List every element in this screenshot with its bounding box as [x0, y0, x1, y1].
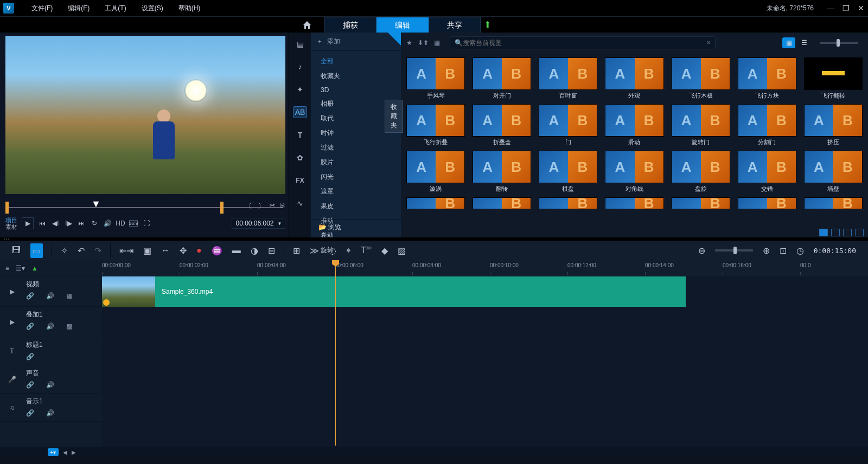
- transition-thumb[interactable]: B: [406, 197, 465, 209]
- volume-icon[interactable]: 🔊: [103, 220, 112, 227]
- split-icon[interactable]: ✂: [270, 202, 275, 211]
- playhead-icon[interactable]: ▼: [91, 198, 101, 210]
- track-title[interactable]: T 标题1 🔗: [0, 337, 102, 365]
- menu-edit[interactable]: 编辑(E): [60, 0, 97, 16]
- grid-view-icon[interactable]: ▦: [782, 37, 795, 48]
- transition-thumb[interactable]: B: [804, 197, 863, 209]
- move-icon[interactable]: ✥: [180, 246, 187, 256]
- tab-edit[interactable]: 编辑: [376, 17, 429, 33]
- pin-icon[interactable]: [388, 33, 401, 46]
- storyboard-view-icon[interactable]: 🎞: [12, 246, 21, 255]
- home-icon[interactable]: [303, 21, 324, 29]
- fit-clip-icon[interactable]: ⇤⇥: [119, 246, 133, 256]
- track-overlay[interactable]: ▶ 叠加1 🔗🔊▩: [0, 307, 102, 337]
- timeline-canvas[interactable]: 00:00:00:0000:00:02:0000:00:04:0000:00:0…: [102, 260, 868, 447]
- add-track-button[interactable]: +▾: [48, 448, 59, 456]
- transition-thumb[interactable]: AB飞行木板: [672, 57, 730, 100]
- transition-thumb[interactable]: AB折叠盒: [473, 104, 531, 146]
- redo-icon[interactable]: ↷: [94, 246, 101, 256]
- tree-item-0[interactable]: 全部: [311, 54, 401, 69]
- transition-thumb[interactable]: AB手风琴: [406, 57, 465, 100]
- transition-thumb[interactable]: AB漩涡: [406, 151, 465, 193]
- track-music[interactable]: ♫ 音乐1 🔗🔊: [0, 394, 102, 422]
- maximize-button[interactable]: ❐: [842, 4, 850, 12]
- menu-help[interactable]: 帮助(H): [171, 0, 208, 16]
- prev-frame-icon[interactable]: ◀Ⅰ: [51, 220, 60, 227]
- link-icon[interactable]: 🔗: [26, 381, 34, 389]
- browse-button[interactable]: 📂 浏览: [311, 219, 401, 235]
- zoom-in-icon[interactable]: ⊕: [763, 246, 770, 256]
- subtitle-icon[interactable]: ▬: [232, 246, 241, 255]
- horizontal-splitter[interactable]: [0, 237, 868, 241]
- mode-project-label[interactable]: 项目: [5, 217, 17, 223]
- link-icon[interactable]: 🔗: [26, 323, 34, 330]
- transition-thumb[interactable]: AB旋转门: [672, 104, 730, 146]
- mark-out-handle[interactable]: [220, 202, 224, 214]
- sort-icon[interactable]: ⬇⬆: [418, 39, 429, 47]
- track-opts-icon[interactable]: ☰▾: [16, 265, 25, 272]
- track-video[interactable]: ▶ 视频 🔗🔊▩: [0, 276, 102, 307]
- path-icon[interactable]: ∿: [293, 197, 307, 209]
- scrub-bar[interactable]: ▼ 〔 〕 ✂ ⎘: [5, 198, 285, 215]
- transition-thumb[interactable]: AB墙壁: [804, 151, 863, 193]
- tab-capture[interactable]: 捕获: [324, 17, 376, 33]
- tree-item-2[interactable]: 3D: [311, 83, 401, 96]
- toggle-4[interactable]: [855, 229, 864, 236]
- transition-thumb[interactable]: AB对角线: [605, 151, 663, 193]
- search-input[interactable]: 🔍 ×: [450, 36, 716, 49]
- chapter-icon[interactable]: ◑: [251, 246, 258, 256]
- mark-in-icon[interactable]: 〔: [246, 202, 252, 211]
- tree-item-10[interactable]: 果皮: [311, 199, 401, 214]
- track-menu-icon[interactable]: ≡: [5, 265, 9, 272]
- search-field[interactable]: [463, 39, 707, 47]
- fx-icon[interactable]: ▩: [66, 323, 72, 330]
- transition-thumb[interactable]: B: [738, 197, 796, 209]
- transition-thumb[interactable]: AB百叶窗: [539, 57, 597, 100]
- tree-item-8[interactable]: 闪光: [311, 170, 401, 184]
- grid-icon[interactable]: ⊞: [293, 246, 300, 256]
- title-icon[interactable]: T: [293, 129, 307, 141]
- transition-thumb[interactable]: 飞行翻转: [804, 57, 863, 100]
- collapse-icon[interactable]: ▲: [31, 265, 38, 272]
- minimize-button[interactable]: —: [827, 4, 834, 12]
- goto-end-icon[interactable]: ⏭: [77, 220, 86, 227]
- audio-mix-icon[interactable]: ♒: [212, 246, 222, 256]
- time-ruler[interactable]: 00:00:00:0000:00:02:0000:00:04:0000:00:0…: [102, 260, 868, 276]
- link-icon[interactable]: 🔗: [26, 353, 34, 360]
- transitions-icon[interactable]: AB: [293, 106, 307, 118]
- close-button[interactable]: ✕: [857, 4, 865, 12]
- timeline-view-icon[interactable]: ▭: [30, 243, 43, 258]
- effects-icon[interactable]: ✦: [293, 83, 307, 95]
- transition-thumb[interactable]: AB外观: [605, 57, 663, 100]
- audio-icon[interactable]: ♪: [293, 61, 307, 73]
- tree-item-7[interactable]: 胶片: [311, 155, 401, 170]
- transition-thumb[interactable]: B: [605, 197, 663, 209]
- transition-thumb[interactable]: AB飞行方块: [738, 57, 796, 100]
- transition-thumb[interactable]: AB棋盘: [539, 151, 597, 193]
- transition-thumb[interactable]: AB门: [539, 104, 597, 146]
- tree-item-13[interactable]: 旋转: [311, 243, 401, 257]
- transition-thumb[interactable]: AB翻转: [473, 151, 531, 193]
- mode-material-label[interactable]: 素材: [5, 223, 17, 230]
- thumb-size-slider[interactable]: [820, 42, 858, 44]
- transition-thumb[interactable]: AB飞行折叠: [406, 104, 465, 146]
- video-clip[interactable]: Sample_360.mp4: [102, 276, 686, 307]
- zoom-slider[interactable]: [715, 249, 753, 252]
- transition-thumb[interactable]: AB交错: [738, 151, 796, 193]
- track-voice[interactable]: 🎤 声音 🔗🔊: [0, 365, 102, 394]
- transition-thumb[interactable]: AB盘旋: [672, 151, 730, 193]
- toggle-3[interactable]: [843, 229, 852, 236]
- tab-share[interactable]: 共享: [429, 17, 481, 33]
- mute-icon[interactable]: 🔊: [46, 409, 54, 417]
- fx-icon[interactable]: FX: [293, 175, 307, 186]
- fit-icon[interactable]: ⊡: [780, 246, 787, 256]
- mute-icon[interactable]: 🔊: [46, 381, 54, 389]
- transition-thumb[interactable]: AB分割门: [738, 104, 796, 146]
- repeat-icon[interactable]: ↻: [90, 220, 99, 227]
- play-button[interactable]: ▶: [22, 217, 34, 229]
- toggle-2[interactable]: [831, 229, 840, 236]
- mute-icon[interactable]: 🔊: [46, 323, 54, 330]
- tools-icon[interactable]: ✧: [61, 246, 68, 256]
- apply-icon[interactable]: ▦: [434, 39, 440, 47]
- goto-start-icon[interactable]: ⏮: [38, 220, 47, 227]
